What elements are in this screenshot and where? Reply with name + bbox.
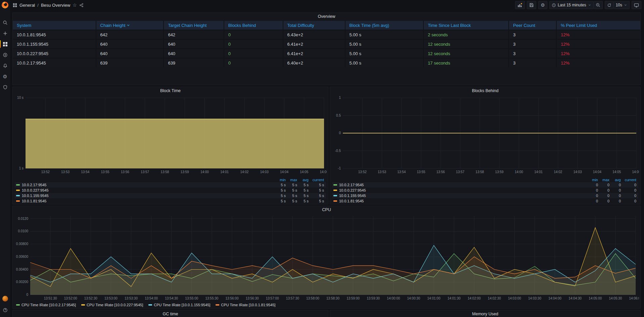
legend-series-row[interactable]: 10.0.0.227:95455 s5 s5 s5 s [15,188,326,193]
series-color-swatch [333,184,337,186]
add-panel-button[interactable] [515,1,525,9]
svg-text:13:59: 13:59 [495,170,504,174]
svg-text:1 s: 1 s [19,166,24,170]
grafana-logo[interactable] [1,1,9,9]
legend-stat-max[interactable]: max [286,178,297,182]
series-name: CPU Time IRate [10.0.1.81:9545] [221,303,275,307]
series-stat-value: 5 s [309,199,326,203]
sidebar-item-explore[interactable] [0,50,10,59]
legend-stat-current[interactable]: current [621,178,638,182]
legend-stat-max[interactable]: max [598,178,609,182]
cpu-chart[interactable]: 13:51:3013:52:0013:52:3013:53:0013:53:30… [14,213,639,302]
blocks-behind-chart[interactable]: 13:5213:5313:5413:5513:5613:5713:5813:59… [331,94,639,176]
sidebar-item-add[interactable] [0,29,10,38]
breadcrumb-folder[interactable]: General [19,3,35,8]
svg-text:0: 0 [339,131,341,135]
cell-time-since-last-block: 12 seconds [424,49,509,58]
user-avatar[interactable] [2,296,8,302]
series-stat-value: 5 s [297,183,309,187]
cell-peer-count: 3 [509,58,557,67]
legend-series-row[interactable]: 10.0.1.81:95450000 [332,198,638,204]
cell-blocks-behind: 0 [224,58,283,67]
block-time-chart[interactable]: 13:5213:5313:5413:5513:5613:5713:5813:59… [14,94,327,176]
series-stat-value: 0 [609,183,621,187]
zoom-out-button[interactable] [594,1,603,9]
tv-icon [634,3,639,8]
svg-text:0.0100: 0.0100 [18,229,28,233]
legend-item[interactable]: CPU Time IRate [10.0.0.227:9545] [81,303,143,307]
series-name: 10.0.0.227:9545 [339,188,366,192]
cell-peer-limit-used: 12% [557,40,640,48]
table-header-row: SystemChain HeightTarget Chain HeightBlo… [13,21,640,30]
column-header-peer-limit-used[interactable]: % Peer Limit Used [557,21,640,30]
panel-title[interactable]: Blocks Behind [330,87,640,94]
panel-title[interactable]: CPU [13,206,640,213]
svg-text:13:55:30: 13:55:30 [205,296,218,300]
legend-series-row[interactable]: 10.0.0.227:95450000 [332,188,638,193]
legend-stat-avg[interactable]: avg [297,178,309,182]
column-header-blocks-behind[interactable]: Blocks Behind [224,21,283,30]
cell-peer-count: 3 [509,40,557,48]
sidebar-item-alerting[interactable] [0,61,10,70]
legend-stat-current[interactable]: current [309,178,326,182]
cell-peer-limit-used: 12% [557,58,640,67]
plus-icon [3,31,8,36]
share-icon[interactable] [79,3,84,7]
column-header-chain-height[interactable]: Chain Height [96,21,164,30]
refresh-interval-picker[interactable]: 10s [614,1,630,9]
series-stat-value: 0 [587,194,598,198]
legend-series-row[interactable]: 10.0.1.155:95450000 [332,193,638,198]
column-header-peer-count[interactable]: Peer Count [509,21,557,30]
sidebar-item-server-admin[interactable] [0,83,10,91]
time-range-picker[interactable]: Last 15 minutes [549,1,594,9]
legend-series-row[interactable]: 10.0.1.155:95455 s5 s5 s5 s [15,193,326,198]
legend-item[interactable]: CPU Time IRate [10.0.1.81:9545] [216,303,275,307]
column-header-target-chain-height[interactable]: Target Chain Height [164,21,224,30]
svg-text:14:03: 14:03 [573,170,582,174]
legend-series-row[interactable]: 10.0.2.17:95455 s5 s5 s5 s [15,182,326,188]
kiosk-mode-button[interactable] [632,1,641,9]
series-name: 10.0.1.155:9545 [339,194,366,198]
panel-memory-used: Memory Used [330,310,641,317]
column-header-total-difficulty[interactable]: Total Difficulty [283,21,346,30]
series-color-swatch [148,304,152,306]
table-row: 10.0.1.155:954564064006.41e+25.00 s12 se… [13,39,640,48]
series-stat-value: 0 [609,199,621,203]
panel-title[interactable]: Memory Used [330,310,640,317]
dashboard-settings-button[interactable]: ⚙ [538,1,547,9]
svg-text:13:57: 13:57 [141,170,149,174]
panel-title[interactable]: Block Time [13,87,328,94]
refresh-button[interactable] [605,1,614,9]
series-stat-value: 5 s [286,188,297,192]
navbar-toolbar: ⚙ Last 15 minutes [515,1,641,9]
star-icon[interactable]: ☆ [73,2,77,8]
save-dashboard-button[interactable] [527,1,536,9]
series-name: 10.0.0.227:9545 [22,188,49,192]
column-header-system[interactable]: System [13,21,96,30]
breadcrumb-dashboard-title: Besu Overview [41,3,70,8]
svg-text:13:53:30: 13:53:30 [125,296,138,300]
legend-stat-avg[interactable]: avg [609,178,621,182]
svg-text:13:56:00: 13:56:00 [226,296,239,300]
panel-title[interactable]: GC time [13,310,328,317]
series-color-swatch [16,200,20,202]
sidebar-item-help[interactable] [0,306,10,314]
svg-text:14:03:00: 14:03:00 [508,296,521,300]
legend-series-row[interactable]: 10.0.1.81:95455 s5 s5 s5 s [15,198,326,204]
sidebar-item-dashboards[interactable] [0,40,10,48]
overview-table: SystemChain HeightTarget Chain HeightBlo… [13,21,640,67]
legend-series-row[interactable]: 10.0.2.17:95450000 [332,182,638,188]
legend-item[interactable]: CPU Time IRate [10.0.1.155:9545] [148,303,210,307]
svg-text:14:02:00: 14:02:00 [468,296,481,300]
sidebar-item-search[interactable] [0,18,10,27]
cell-system: 10.0.2.17:9545 [13,58,96,67]
legend-stat-min[interactable]: min [587,178,598,182]
column-header-block-time[interactable]: Block Time (5m avg) [346,21,424,30]
legend-stat-min[interactable]: min [274,178,286,182]
legend-item[interactable]: CPU Time IRate [10.0.2.17:9545] [16,303,76,307]
search-icon [3,20,8,25]
sidebar-item-configuration[interactable]: ⚙ [0,72,10,81]
column-header-time-since-last-block[interactable]: Time Since Last Block [424,21,509,30]
panel-title[interactable]: Overview [13,13,640,20]
svg-text:0.00800: 0.00800 [16,242,29,246]
